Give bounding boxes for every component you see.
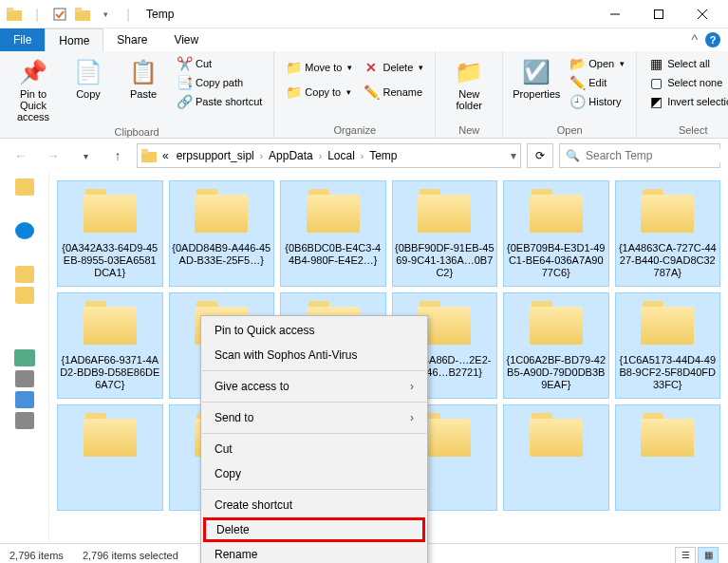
folder-label: {1C06A2BF-BD79-42B5-A90D-79D0DB3B9EAF} (506, 354, 607, 392)
back-button[interactable]: ← (8, 142, 34, 169)
address-bar[interactable]: « erpsupport_sipl› AppData› Local› Temp … (137, 143, 521, 168)
tab-share[interactable]: Share (103, 28, 160, 51)
tab-home[interactable]: Home (45, 28, 103, 51)
status-selection-count: 2,796 items selected (83, 550, 178, 561)
help-icon[interactable]: ? (705, 32, 720, 47)
folder-item[interactable]: {1C6A5173-44D4-49B8-9CF2-5F8D40FD33FC} (615, 292, 721, 399)
copy-path-icon: 📑 (177, 75, 192, 90)
refresh-button[interactable]: ⟳ (527, 143, 553, 168)
maximize-button[interactable] (637, 0, 681, 28)
breadcrumb[interactable]: erpsupport_sipl (175, 149, 256, 162)
tab-file[interactable]: File (0, 28, 45, 51)
icons-view-button[interactable]: ▦ (698, 547, 719, 564)
drive-icon[interactable] (15, 412, 34, 429)
close-button[interactable] (681, 0, 724, 28)
edit-button[interactable]: ✏️Edit (566, 74, 628, 91)
paste-shortcut-button[interactable]: 🔗Paste shortcut (173, 93, 266, 110)
ctx-delete[interactable]: Delete (203, 517, 425, 542)
folder-item[interactable]: {1C06A2BF-BD79-42B5-A90D-79D0DB3B9EAF} (503, 292, 609, 399)
ctx-scan[interactable]: Scan with Sophos Anti-Virus (201, 343, 427, 367)
onedrive-icon[interactable] (15, 222, 34, 239)
up-button[interactable]: ↑ (104, 142, 131, 169)
ctx-cut[interactable]: Cut (201, 437, 427, 461)
folder-item[interactable] (503, 404, 609, 511)
ctx-send-to[interactable]: Send to› (201, 405, 427, 430)
folder-item[interactable]: {0B6BDC0B-E4C3-44B4-980F-E4E2…} (280, 180, 386, 287)
group-open: ☑️ Properties 📂Open▾ ✏️Edit 🕘History Ope… (503, 51, 637, 138)
copy-button[interactable]: 📄 Copy (63, 55, 114, 102)
minimize-button[interactable] (593, 0, 637, 28)
folder-label: {0EB709B4-E3D1-49C1-BE64-036A7A9077C6} (506, 242, 607, 280)
folder-icon: 📁 (286, 84, 301, 100)
cut-button[interactable]: ✂️Cut (173, 55, 266, 72)
folder-label: {1A4863CA-727C-4427-B440-C9AD8C32787A} (618, 242, 719, 280)
drive-icon[interactable] (15, 391, 34, 408)
ctx-pin[interactable]: Pin to Quick access (201, 318, 427, 343)
paste-button[interactable]: 📋 Paste (118, 55, 169, 102)
breadcrumb-overflow[interactable]: « (160, 149, 171, 162)
folder-item[interactable]: {0ADD84B9-A446-45AD-B33E-25F5…} (169, 180, 275, 287)
breadcrumb[interactable]: Local (326, 149, 357, 162)
new-folder-icon: 📁 (454, 57, 484, 87)
move-to-button[interactable]: 📁Move to▾ (282, 59, 356, 76)
nav-pane[interactable] (0, 173, 49, 543)
open-icon: 📂 (569, 56, 585, 71)
properties-button[interactable]: ☑️ Properties (511, 55, 562, 102)
group-label: Select (644, 122, 728, 138)
folder-icon[interactable] (72, 4, 93, 25)
dropdown-icon[interactable]: ▾ (511, 149, 516, 162)
copy-path-button[interactable]: 📑Copy path (173, 74, 266, 91)
breadcrumb[interactable]: Temp (367, 149, 399, 162)
folder-item[interactable]: {0BBF90DF-91EB-4569-9C41-136A…0B7C2} (392, 180, 498, 287)
group-select: ▦Select all ▢Select none ◩Invert selecti… (637, 51, 728, 138)
folder-icon[interactable] (15, 266, 34, 283)
copy-to-button[interactable]: 📁Copy to▾ (282, 84, 356, 101)
delete-button[interactable]: ✕Delete▾ (360, 59, 427, 76)
svg-rect-4 (75, 8, 82, 12)
ctx-rename[interactable]: Rename (201, 542, 427, 563)
select-none-button[interactable]: ▢Select none (644, 74, 728, 91)
folder-item[interactable]: {1AD6AF66-9371-4AD2-BDB9-D58E86DE6A7C} (57, 292, 163, 399)
chevron-right-icon: › (361, 151, 364, 161)
search-box[interactable]: 🔍 (559, 143, 720, 168)
group-organize: 📁Move to▾ 📁Copy to▾ ✕Delete▾ ✏️Rename Or… (274, 51, 436, 138)
folder-icon (526, 187, 587, 236)
folder-icon (637, 299, 698, 348)
folder-icon[interactable] (15, 178, 34, 196)
breadcrumb[interactable]: AppData (267, 149, 315, 162)
history-button[interactable]: 🕘History (566, 93, 628, 110)
group-label: New (443, 122, 495, 138)
address-row: ← → ▾ ↑ « erpsupport_sipl› AppData› Loca… (0, 139, 728, 173)
pin-quick-access-button[interactable]: 📌 Pin to Quick access (8, 55, 59, 124)
folder-item[interactable]: {1A4863CA-727C-4427-B440-C9AD8C32787A} (615, 180, 721, 287)
new-folder-button[interactable]: 📁 New folder (443, 55, 495, 113)
recent-locations-button[interactable]: ▾ (72, 142, 99, 169)
folder-icon (637, 411, 698, 460)
drive-icon[interactable] (15, 370, 34, 387)
open-button[interactable]: 📂Open▾ (566, 55, 628, 72)
folder-item[interactable] (615, 404, 721, 511)
folder-label: {0ADD84B9-A446-45AD-B33E-25F5…} (172, 242, 272, 280)
invert-selection-button[interactable]: ◩Invert selection (644, 93, 728, 110)
forward-button[interactable]: → (40, 142, 66, 169)
tab-view[interactable]: View (160, 28, 212, 51)
folder-label: {0BBF90DF-91EB-4569-9C41-136A…0B7C2} (395, 242, 495, 280)
select-all-button[interactable]: ▦Select all (644, 55, 728, 72)
ctx-give-access[interactable]: Give access to› (201, 374, 427, 399)
ctx-copy[interactable]: Copy (201, 461, 427, 486)
ctx-create-shortcut[interactable]: Create shortcut (201, 493, 427, 517)
group-clipboard: 📌 Pin to Quick access 📄 Copy 📋 Paste ✂️C… (0, 51, 274, 138)
search-input[interactable] (586, 149, 728, 162)
checkbox-icon[interactable] (49, 4, 70, 25)
rename-button[interactable]: ✏️Rename (360, 84, 427, 101)
details-view-button[interactable]: ☰ (675, 547, 696, 564)
folder-icon (303, 187, 364, 236)
ribbon-collapse-icon[interactable]: ^ (691, 32, 698, 47)
this-pc-icon[interactable] (14, 349, 35, 366)
folder-item[interactable] (57, 404, 163, 511)
folder-item[interactable]: {0EB709B4-E3D1-49C1-BE64-036A7A9077C6} (503, 180, 609, 287)
folder-icon (414, 187, 475, 236)
folder-icon[interactable] (15, 287, 34, 304)
folder-item[interactable]: {0A342A33-64D9-45EB-8955-03EA6581DCA1} (57, 180, 163, 287)
qat-dropdown-icon[interactable]: ▾ (95, 4, 116, 25)
